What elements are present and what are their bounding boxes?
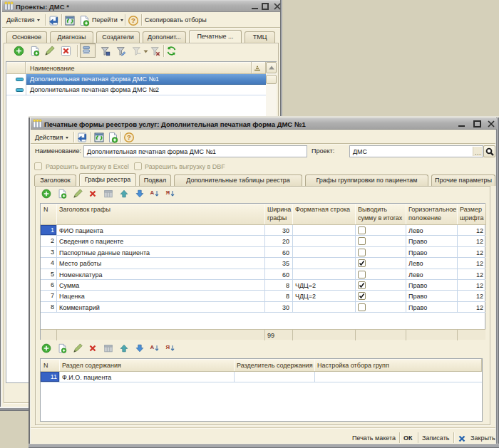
svg-text:Я: Я xyxy=(165,344,170,350)
svg-text:А: А xyxy=(150,189,154,196)
svg-text:Я: Я xyxy=(165,189,170,196)
svg-text:?: ? xyxy=(131,16,135,24)
svg-text:А: А xyxy=(150,344,154,350)
svg-text:?: ? xyxy=(127,133,131,141)
